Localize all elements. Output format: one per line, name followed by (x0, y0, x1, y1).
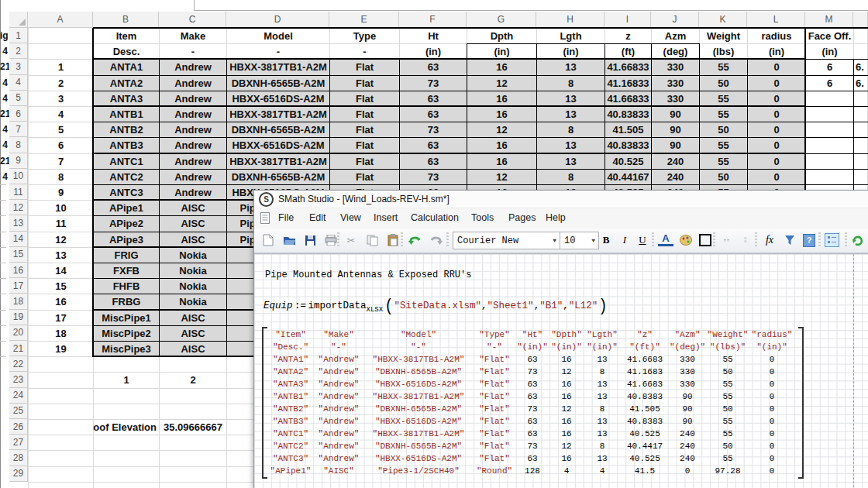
cell[interactable]: Azm (651, 28, 700, 44)
cell[interactable]: ANTC2 (93, 169, 160, 185)
cell[interactable]: 73 (399, 122, 467, 138)
palette-icon[interactable] (678, 232, 694, 248)
cell[interactable]: AISC (159, 200, 227, 216)
row-header-7[interactable]: 7 (9, 122, 28, 137)
bold-button[interactable]: B (598, 232, 614, 248)
cell[interactable]: 6 (805, 59, 854, 75)
cell[interactable]: 15 (28, 278, 94, 294)
cell[interactable] (805, 106, 854, 122)
cell[interactable]: ANTA2 (93, 75, 160, 91)
cell[interactable] (853, 137, 868, 153)
side-panel-toggle[interactable] (824, 232, 839, 248)
cell[interactable]: Flat (329, 75, 400, 91)
cell[interactable]: Flat (329, 122, 400, 138)
cell[interactable]: 63 (399, 153, 467, 170)
row-header-12[interactable]: 12 (9, 200, 28, 215)
menu-edit[interactable]: Edit (309, 212, 326, 223)
cell[interactable]: - (159, 43, 227, 60)
cell[interactable]: 16 (467, 153, 537, 170)
font-name-combo[interactable]: Courier New▼ (453, 232, 560, 249)
cell[interactable]: 55 (699, 137, 748, 153)
cell[interactable]: 5 (28, 122, 94, 138)
cell[interactable]: 8 (28, 169, 94, 185)
cell[interactable]: Flat (329, 153, 400, 170)
cell[interactable]: 16 (467, 59, 537, 75)
column-header-n[interactable] (853, 12, 868, 28)
cell[interactable]: (lbs) (699, 43, 748, 60)
row-header-15[interactable]: 15 (9, 247, 28, 263)
cell[interactable]: 16 (467, 91, 537, 107)
cell[interactable]: 3 (28, 91, 94, 107)
cell[interactable]: 12 (28, 232, 94, 248)
cell[interactable]: 63 (399, 59, 467, 75)
print-icon[interactable] (323, 232, 339, 248)
cell[interactable]: 63 (399, 137, 467, 153)
cell[interactable] (853, 106, 868, 122)
cell[interactable]: Nokia (159, 278, 227, 294)
cell[interactable]: 330 (651, 75, 700, 91)
cell[interactable]: Flat (329, 169, 400, 185)
cell[interactable]: Nokia (159, 263, 227, 279)
column-header-K[interactable]: K (699, 12, 747, 28)
select-all-corner[interactable] (9, 12, 28, 28)
cell[interactable]: 11 (28, 215, 94, 232)
cell[interactable]: HBXX-6516DS-A2M (226, 91, 330, 107)
paste-icon[interactable] (385, 232, 401, 248)
open-file-icon[interactable] (281, 232, 297, 248)
cell[interactable]: 8 (536, 169, 605, 185)
menu-help[interactable]: Help (546, 212, 566, 223)
cell[interactable]: (in) (747, 43, 806, 60)
cell[interactable]: DBXNH-6565B-A2M (226, 75, 330, 91)
cell[interactable]: 13 (536, 106, 605, 122)
cell[interactable]: Weight (699, 28, 748, 44)
row-header-24[interactable]: 24 (9, 388, 28, 404)
cell[interactable]: Face Off. (805, 28, 854, 44)
cell[interactable]: ANTC3 (93, 184, 160, 201)
menu-file[interactable]: File (278, 212, 294, 223)
cell[interactable]: 2 (28, 75, 94, 91)
cell[interactable]: Andrew (159, 122, 227, 138)
row-header-5[interactable]: 5 (9, 91, 28, 106)
cell[interactable]: 4 (28, 106, 94, 122)
cell[interactable]: 6 (805, 75, 854, 91)
cell[interactable]: ANTB2 (93, 122, 160, 138)
row-header-22[interactable]: 22 (9, 356, 28, 372)
cell[interactable]: 41.505 (604, 122, 652, 138)
cell[interactable]: 9 (28, 184, 94, 201)
menu-calculation[interactable]: Calculation (411, 212, 459, 223)
cell[interactable]: 8 (536, 122, 605, 138)
cell[interactable]: 13 (536, 153, 605, 170)
cell[interactable]: APipe1 (93, 200, 160, 216)
cell[interactable]: - (329, 43, 400, 60)
cell[interactable] (853, 91, 868, 107)
cell[interactable]: (in) (467, 43, 537, 60)
cell[interactable]: 13 (28, 247, 94, 263)
cell[interactable]: 73 (399, 169, 467, 185)
cell[interactable]: 50 (699, 75, 748, 91)
cell[interactable]: Dpth (467, 28, 537, 44)
cell[interactable]: Item (93, 28, 160, 44)
row-header-17[interactable]: 17 (9, 278, 28, 294)
cell[interactable]: AISC (159, 325, 227, 342)
insert-function-button[interactable]: fx (762, 232, 777, 248)
cell[interactable]: - (226, 43, 330, 60)
cell[interactable]: MiscPipe2 (93, 325, 160, 342)
cell[interactable]: 0 (747, 59, 806, 75)
cell[interactable]: Roof Elevation (93, 419, 160, 435)
column-header-J[interactable]: J (651, 12, 699, 28)
cell[interactable]: AISC (159, 341, 227, 357)
cell[interactable]: 41.66833 (604, 91, 652, 107)
row-header-13[interactable]: 13 (9, 215, 28, 231)
cell[interactable]: Andrew (159, 153, 227, 170)
cell[interactable]: (ft) (604, 43, 652, 60)
cell[interactable]: 50 (699, 122, 748, 138)
cell[interactable]: Type (329, 28, 400, 44)
row-header-14[interactable]: 14 (9, 232, 28, 247)
column-header-D[interactable]: D (226, 12, 329, 28)
cell[interactable]: (in) (805, 43, 854, 60)
cell[interactable]: 0 (747, 153, 806, 170)
cell[interactable]: DBXNH-6565B-A2M (226, 169, 330, 185)
cell[interactable]: 6 (28, 137, 94, 153)
cell[interactable]: 13 (536, 137, 605, 153)
cell[interactable]: 55 (699, 91, 748, 107)
